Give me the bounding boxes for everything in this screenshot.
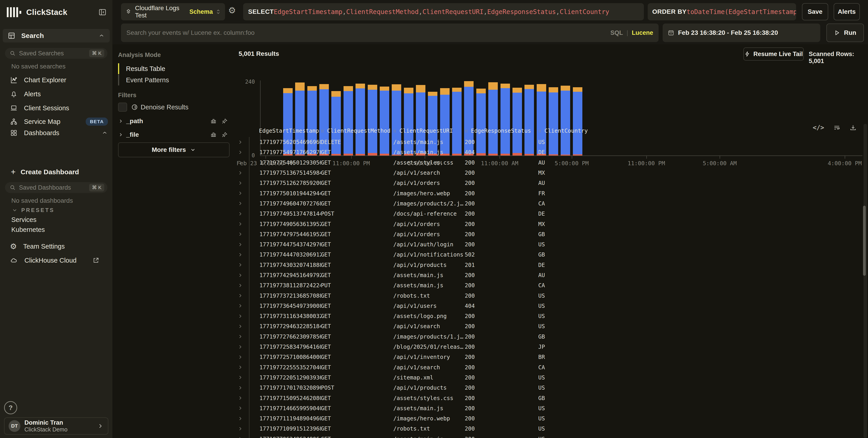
table-row[interactable]: 1771977495137478144 POST /docs/api-refer… bbox=[234, 209, 861, 219]
chevron-up-icon[interactable] bbox=[98, 33, 105, 39]
column-resize-handle[interactable]: ∷ bbox=[393, 128, 396, 134]
row-expand-chevron[interactable] bbox=[238, 293, 243, 298]
chevron-right-icon[interactable] bbox=[118, 119, 123, 124]
row-expand-chevron[interactable] bbox=[238, 201, 243, 206]
row-expand-chevron[interactable] bbox=[238, 375, 243, 380]
column-resize-handle[interactable]: ∷ bbox=[538, 128, 541, 134]
search-input[interactable]: Search your events w/ Lucene ex. column:… bbox=[121, 24, 658, 42]
row-expand-chevron[interactable] bbox=[238, 283, 243, 288]
user-menu[interactable]: DT Dominic Tran ClickStack Demo bbox=[4, 417, 108, 435]
column-resize-handle[interactable]: ∷ bbox=[465, 128, 468, 134]
create-dashboard-button[interactable]: + Create Dashboard bbox=[11, 167, 79, 177]
table-row[interactable]: 1771977512627859200 GET /api/v1/orders 2… bbox=[234, 178, 861, 188]
saved-searches-input[interactable]: Saved Searches ⌘ K bbox=[5, 48, 107, 59]
row-expand-chevron[interactable] bbox=[238, 334, 243, 339]
row-expand-chevron[interactable] bbox=[238, 303, 243, 308]
table-row[interactable]: 1771977220512903936 GET /sitemap.xml 200… bbox=[234, 372, 861, 383]
row-expand-chevron[interactable] bbox=[238, 396, 243, 401]
table-row[interactable]: 1771977276623097856 GET /images/products… bbox=[234, 332, 861, 342]
row-expand-chevron[interactable] bbox=[238, 355, 243, 360]
row-expand-chevron[interactable] bbox=[238, 344, 243, 349]
table-row[interactable]: 1771977225553527040 GET /api/v1/search 2… bbox=[234, 362, 861, 372]
preset-kubernetes[interactable]: Kubernetes bbox=[11, 226, 45, 233]
row-expand-chevron[interactable] bbox=[238, 242, 243, 247]
column-header-edgeresponsestatus[interactable]: ∷EdgeResponseStatus bbox=[465, 128, 538, 134]
table-row[interactable]: 1771977063496248064 GET /assets/main.js … bbox=[234, 434, 861, 438]
preset-services[interactable]: Services bbox=[11, 216, 36, 224]
sidebar-item-search[interactable]: Search bbox=[3, 29, 110, 42]
table-row[interactable]: 1771977372136857088 GET /robots.txt 200 … bbox=[234, 291, 861, 301]
table-row[interactable]: 1771977479754461952 GET /api/v1/orders 2… bbox=[234, 229, 861, 239]
row-expand-chevron[interactable] bbox=[238, 222, 243, 227]
sidebar-collapse-icon[interactable] bbox=[98, 8, 106, 16]
column-header-clientrequesturi[interactable]: ∷ClientRequestURI bbox=[393, 128, 465, 134]
filter-field-file[interactable]: _file bbox=[118, 129, 228, 140]
row-expand-chevron[interactable] bbox=[238, 191, 243, 196]
table-row[interactable]: 1771977109915123968 GET /robots.txt 200 … bbox=[234, 424, 861, 434]
table-row[interactable]: 1771977496047072768 GET /images/products… bbox=[234, 198, 861, 209]
table-row[interactable]: 1771977562054696960 DELETE /assets/main.… bbox=[234, 137, 861, 147]
row-expand-chevron[interactable] bbox=[238, 436, 243, 438]
sidebar-item-service-map[interactable]: Service Map BETA bbox=[10, 116, 108, 128]
sidebar-item-dashboards[interactable]: Dashboards bbox=[10, 127, 108, 139]
sidebar-item-team-settings[interactable]: ⚙ Team Settings bbox=[10, 240, 108, 252]
denoise-checkbox[interactable] bbox=[118, 103, 127, 112]
time-range-picker[interactable]: Feb 23 16:38:20 - Feb 25 16:38:20 bbox=[663, 24, 820, 42]
row-expand-chevron[interactable] bbox=[238, 160, 243, 165]
field-pin-icon[interactable] bbox=[221, 132, 228, 138]
row-expand-chevron[interactable] bbox=[238, 426, 243, 431]
row-expand-chevron[interactable] bbox=[238, 324, 243, 329]
chevron-up-icon[interactable] bbox=[101, 130, 108, 136]
table-row[interactable]: 1771977430320741888 GET /api/v1/products… bbox=[234, 260, 861, 270]
presets-toggle[interactable]: PRESETS bbox=[12, 207, 55, 213]
row-expand-chevron[interactable] bbox=[238, 180, 243, 186]
select-clause-input[interactable]: SELECT EdgeStartTimestamp, ClientRequest… bbox=[243, 3, 644, 20]
sidebar-item-client-sessions[interactable]: Client Sessions bbox=[10, 102, 108, 114]
column-resize-handle[interactable]: ∷ bbox=[321, 128, 324, 134]
help-button[interactable]: ? bbox=[4, 401, 17, 414]
table-row[interactable]: 1771977513675145984 GET /api/v1/search 2… bbox=[234, 168, 861, 178]
table-row[interactable]: 1771977170170320896 POST /api/v1/product… bbox=[234, 383, 861, 393]
column-header-clientrequestmethod[interactable]: ∷ClientRequestMethod bbox=[321, 128, 393, 134]
table-row[interactable]: 1771977381128724224 PUT /assets/main.js … bbox=[234, 280, 861, 291]
table-row[interactable]: 1771977150952462080 GET /assets/styles.c… bbox=[234, 393, 861, 403]
row-expand-chevron[interactable] bbox=[238, 385, 243, 390]
table-row[interactable]: 1771977490563613952 GET /api/v1/orders 2… bbox=[234, 219, 861, 229]
table-row[interactable]: 1771977257100864000 GET /api/v1/inventor… bbox=[234, 352, 861, 362]
sql-toggle[interactable]: SQL bbox=[611, 29, 623, 36]
filter-field-path[interactable]: _path bbox=[118, 116, 228, 127]
save-button[interactable]: Save bbox=[802, 3, 828, 20]
row-expand-chevron[interactable] bbox=[238, 314, 243, 319]
table-scrollbar-thumb[interactable] bbox=[863, 206, 866, 276]
lucene-toggle[interactable]: Lucene bbox=[632, 29, 653, 36]
row-expand-chevron[interactable] bbox=[238, 150, 243, 155]
table-row[interactable]: 1771977429451649792 GET /assets/main.js … bbox=[234, 270, 861, 280]
more-filters-button[interactable]: More filters bbox=[118, 142, 229, 157]
table-row[interactable]: 1771977540501293056 GET /assets/styles.c… bbox=[234, 158, 861, 168]
field-chart-icon[interactable] bbox=[210, 118, 216, 124]
row-expand-chevron[interactable] bbox=[238, 232, 243, 237]
table-row[interactable]: 1771977111948904960 GET /images/hero.web… bbox=[234, 413, 861, 424]
table-row[interactable]: 1771977444703206912 GET /api/v1/notifica… bbox=[234, 249, 861, 260]
run-button[interactable]: Run bbox=[827, 24, 864, 42]
row-expand-chevron[interactable] bbox=[238, 140, 243, 145]
column-header-clientcountry[interactable]: ∷ClientCountry bbox=[538, 128, 861, 134]
mode-event-patterns[interactable]: Event Patterns bbox=[118, 75, 229, 86]
row-expand-chevron[interactable] bbox=[238, 252, 243, 257]
row-expand-chevron[interactable] bbox=[238, 406, 243, 411]
source-selector[interactable]: Cloudflare Logs Test Schema bbox=[121, 3, 225, 20]
chevron-right-icon[interactable] bbox=[118, 132, 123, 137]
column-header-edgestarttimestamp[interactable]: EdgeStartTimestamp bbox=[249, 128, 321, 134]
sidebar-item-clickhouse-cloud[interactable]: ClickHouse Cloud bbox=[10, 255, 108, 266]
row-expand-chevron[interactable] bbox=[238, 211, 243, 216]
table-row[interactable]: 1771977549717662976 GET /assets/main.js … bbox=[234, 147, 861, 157]
row-expand-chevron[interactable] bbox=[238, 365, 243, 370]
query-settings-gear-icon[interactable]: ⚙ bbox=[228, 5, 236, 15]
field-pin-icon[interactable] bbox=[221, 118, 228, 124]
alerts-button[interactable]: Alerts bbox=[834, 3, 860, 20]
saved-dashboards-input[interactable]: Saved Dashboards ⌘ K bbox=[5, 182, 107, 193]
row-expand-chevron[interactable] bbox=[238, 170, 243, 175]
table-row[interactable]: 1771977447543742976 GET /api/v1/auth/log… bbox=[234, 239, 861, 249]
table-row[interactable]: 1771977364549739008 GET /api/v1/users 40… bbox=[234, 301, 861, 311]
field-chart-icon[interactable] bbox=[210, 132, 216, 138]
